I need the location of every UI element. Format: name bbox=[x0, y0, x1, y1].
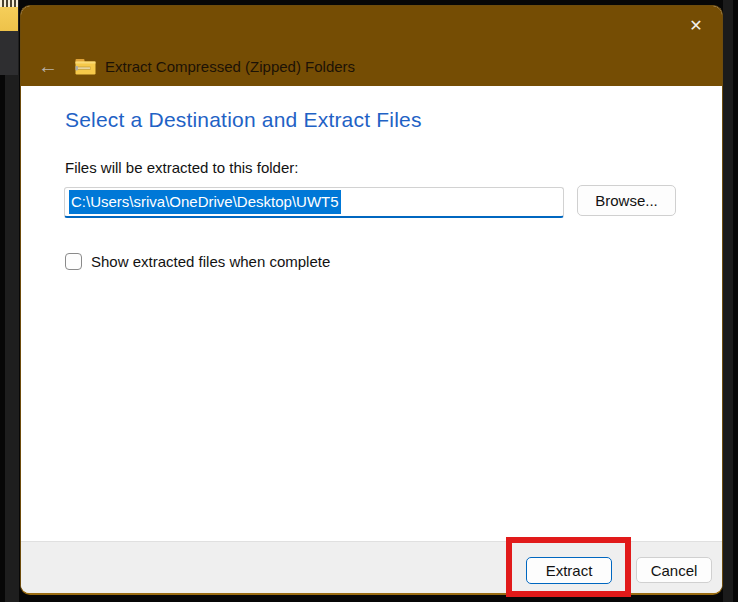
show-files-checkbox-label[interactable]: Show extracted files when complete bbox=[91, 253, 330, 270]
show-files-checkbox-row: Show extracted files when complete bbox=[65, 253, 330, 270]
zipper-teeth-pattern bbox=[0, 0, 18, 7]
close-button[interactable]: ✕ bbox=[680, 12, 712, 40]
browse-button[interactable]: Browse... bbox=[577, 185, 676, 216]
back-arrow-icon: ← bbox=[38, 56, 58, 76]
dialog-heading: Select a Destination and Extract Files bbox=[65, 108, 422, 132]
browse-button-label: Browse... bbox=[595, 192, 658, 209]
extract-button[interactable]: Extract bbox=[526, 557, 612, 584]
extract-button-label: Extract bbox=[546, 562, 593, 579]
cancel-button-label: Cancel bbox=[651, 562, 698, 579]
selected-path-text: C:\Users\sriva\OneDrive\Desktop\UWT5 bbox=[69, 190, 341, 214]
extract-dialog: ✕ ← bbox=[20, 5, 723, 595]
footer-bar bbox=[21, 541, 722, 593]
desktop-background-strip bbox=[5, 0, 19, 602]
destination-input[interactable]: C:\Users\sriva\OneDrive\Desktop\UWT5 bbox=[64, 187, 564, 218]
background-zip-folder-icon bbox=[0, 0, 18, 75]
titlebar-nav-row: ← Extract bbox=[35, 48, 355, 84]
close-icon: ✕ bbox=[689, 18, 702, 34]
show-files-checkbox[interactable] bbox=[65, 253, 82, 270]
screen: ✕ ← bbox=[0, 0, 738, 602]
dialog-body bbox=[21, 86, 722, 544]
cancel-button[interactable]: Cancel bbox=[636, 557, 712, 583]
desktop-background-strip bbox=[723, 0, 733, 602]
titlebar: ✕ ← bbox=[21, 6, 722, 86]
zipped-folder-icon bbox=[75, 58, 96, 75]
back-button[interactable]: ← bbox=[35, 53, 61, 79]
icon-shadow-block bbox=[0, 31, 18, 75]
destination-label: Files will be extracted to this folder: bbox=[65, 159, 298, 176]
window-title: Extract Compressed (Zipped) Folders bbox=[105, 58, 355, 75]
